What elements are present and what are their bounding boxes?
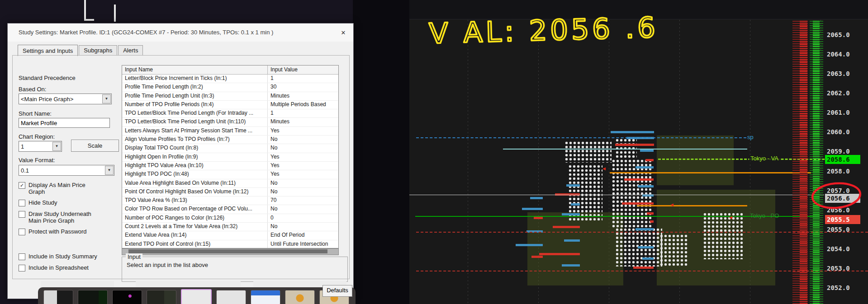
checkbox-icon[interactable] <box>19 211 25 218</box>
value-format-select[interactable]: 0.1 ▼ <box>19 165 114 176</box>
tab-alerts[interactable]: Alerts <box>118 45 143 56</box>
based-on-select[interactable]: <Main Price Graph> ▼ <box>19 94 112 104</box>
value-format-label: Value Format: <box>19 157 55 164</box>
bid-volume-bar <box>564 239 580 242</box>
display-checkbox-2[interactable]: Draw Study Underneath Main Price Graph <box>19 210 118 224</box>
bid-volume-bar <box>530 197 543 199</box>
bid-volume-bar <box>636 166 654 168</box>
chevron-down-icon[interactable]: ▼ <box>105 166 114 175</box>
window-fragment <box>114 5 116 22</box>
taskbar-thumbnail-3[interactable] <box>112 290 142 304</box>
table-row[interactable]: Align Volume Profiles To TPO Profiles (I… <box>122 136 338 144</box>
include-options: Include in Study SummaryInclude in Sprea… <box>19 253 118 276</box>
ask-volume-bar <box>553 226 580 228</box>
table-row[interactable]: TPO Letter/Block Time Period Length (For… <box>122 109 338 118</box>
table-row[interactable]: Letter/Block Price Increment in Ticks (I… <box>122 75 338 83</box>
window-fragment <box>84 19 94 21</box>
taskbar-thumbnail-8[interactable] <box>285 290 315 304</box>
bid-volume-bar <box>638 246 654 248</box>
table-row[interactable]: Number of POC Ranges to Color (In:126)0 <box>122 214 338 223</box>
display-options: ✓Display As Main Price GraphHide StudyDr… <box>19 182 118 239</box>
price-label: 2054.0 <box>825 244 860 253</box>
input-value-cell: Until Future Intersection <box>268 240 338 248</box>
price-label: 2055.5 <box>825 215 860 224</box>
chart-region-select[interactable]: 1 ▼ <box>19 141 62 152</box>
table-row[interactable]: TPO Letter/Block Time Period Length Unit… <box>122 118 338 126</box>
inputs-table: Input Name Input Value Letter/Block Pric… <box>122 65 339 248</box>
price-label: 2058.6 <box>825 155 860 164</box>
price-label: 2053.0 <box>825 264 860 273</box>
input-name-cell: Display Total TPO Count (In:8) <box>122 144 268 152</box>
scrollbar-thumb[interactable] <box>128 249 327 253</box>
defaults-button[interactable]: Defaults <box>323 285 352 297</box>
bid-volume-bar <box>571 203 580 206</box>
short-name-input[interactable] <box>19 118 110 128</box>
based-on-label: Based On: <box>19 86 46 93</box>
dialog-title: Study Settings: Market Profile. ID:1 (GC… <box>19 29 273 36</box>
dialog-titlebar[interactable]: Study Settings: Market Profile. ID:1 (GC… <box>8 23 353 42</box>
chevron-down-icon[interactable]: ▼ <box>102 94 111 103</box>
checkbox-icon[interactable] <box>19 253 25 260</box>
table-row[interactable]: Point Of Control Highlight Based On Volu… <box>122 188 338 196</box>
table-row[interactable]: Value Area Highlight Based On Volume (In… <box>122 179 338 188</box>
chevron-down-icon[interactable]: ▼ <box>52 142 61 151</box>
red-arrow-marker: ◄ <box>669 202 674 207</box>
taskbar-thumbnail-4[interactable] <box>147 290 176 304</box>
table-row[interactable]: Display Total TPO Count (In:8)No <box>122 144 338 153</box>
taskbar-thumbnail-2[interactable] <box>78 290 108 304</box>
table-row[interactable]: Extend Value Area (In:14)End Of Period <box>122 231 338 240</box>
include-checkbox-1[interactable]: Include in Spreadsheet <box>19 264 118 271</box>
precedence-label: Standard Precedence <box>19 75 76 81</box>
input-value-cell: Yes <box>268 162 338 170</box>
table-row[interactable]: Highlight TPO Value Area (In:10)Yes <box>122 162 338 170</box>
table-row[interactable]: TPO Value Area % (In:13)70 <box>122 196 338 205</box>
price-label: 2064.0 <box>825 50 860 59</box>
checkbox-icon[interactable] <box>19 200 25 206</box>
orange-level-line <box>637 205 747 206</box>
checkbox-icon[interactable] <box>19 229 25 235</box>
table-row[interactable]: Count 2 Levels at a Time for Value Area … <box>122 223 338 231</box>
table-row[interactable]: Highlight Open In Profile (In:9)Yes <box>122 153 338 162</box>
inputs-table-header: Input Name Input Value <box>122 65 338 75</box>
input-name-cell: Color TPO Row Based on Percentage of POC… <box>122 205 268 213</box>
price-label: 2065.0 <box>825 30 860 39</box>
input-name-cell: Letter/Block Price Increment in Ticks (I… <box>122 75 268 83</box>
table-row[interactable]: Profile Time Period Length Unit (In:3)Mi… <box>122 92 338 101</box>
column-header-input-name[interactable]: Input Name <box>122 65 268 74</box>
price-label: 2061.0 <box>825 108 860 117</box>
ask-volume-bar <box>534 217 543 219</box>
taskbar-thumbnail-5[interactable] <box>181 289 212 304</box>
preview-label-stub <box>136 281 241 287</box>
display-checkbox-1[interactable]: Hide Study <box>19 199 118 206</box>
checkbox-icon[interactable] <box>19 265 25 271</box>
input-value-cell: Yes <box>268 127 338 135</box>
include-checkbox-0[interactable]: Include in Study Summary <box>19 253 118 260</box>
bid-volume-bar <box>522 208 543 210</box>
taskbar-thumbnail-7[interactable] <box>251 290 280 304</box>
table-row[interactable]: Highlight TPO POC (In:48)Yes <box>122 170 338 179</box>
tab-subgraphs[interactable]: Subgraphs <box>79 45 117 56</box>
table-row[interactable]: Number of TPO Profile Periods (In:4)Mult… <box>122 101 338 109</box>
table-row[interactable]: Profile Time Period Length (In:2)30 <box>122 83 338 92</box>
bid-volume-bar <box>642 257 654 260</box>
current-price-line <box>409 195 824 195</box>
screen: sp Tokyo - VA Tokyo - PO ◄ ◄ ◄ 2065.0206… <box>0 0 868 304</box>
close-icon[interactable]: ✕ <box>338 28 349 38</box>
display-checkbox-0[interactable]: ✓Display As Main Price Graph <box>19 182 118 195</box>
table-row[interactable]: Letters Always Start At Primary Session … <box>122 127 338 136</box>
tab-settings-and-inputs[interactable]: Settings and Inputs <box>18 45 78 56</box>
background-gap <box>353 0 409 304</box>
checkbox-icon[interactable]: ✓ <box>19 182 25 189</box>
ask-volume-bar <box>624 178 654 181</box>
trade-ticks-green <box>813 21 820 304</box>
scale-button[interactable]: Scale <box>71 140 119 152</box>
input-name-cell: Profile Time Period Length Unit (In:3) <box>122 92 268 100</box>
chart-region-value: 1 <box>19 143 52 150</box>
horizontal-scrollbar[interactable] <box>122 248 339 255</box>
taskbar-thumbnail-1[interactable] <box>43 290 73 304</box>
display-checkbox-3[interactable]: Protect with Password <box>19 228 118 235</box>
table-row[interactable]: Extend TPO Point of Control (In:15)Until… <box>122 240 338 248</box>
taskbar-thumbnail-6[interactable] <box>216 290 246 304</box>
table-row[interactable]: Color TPO Row Based on Percentage of POC… <box>122 205 338 214</box>
column-header-input-value[interactable]: Input Value <box>268 65 338 74</box>
